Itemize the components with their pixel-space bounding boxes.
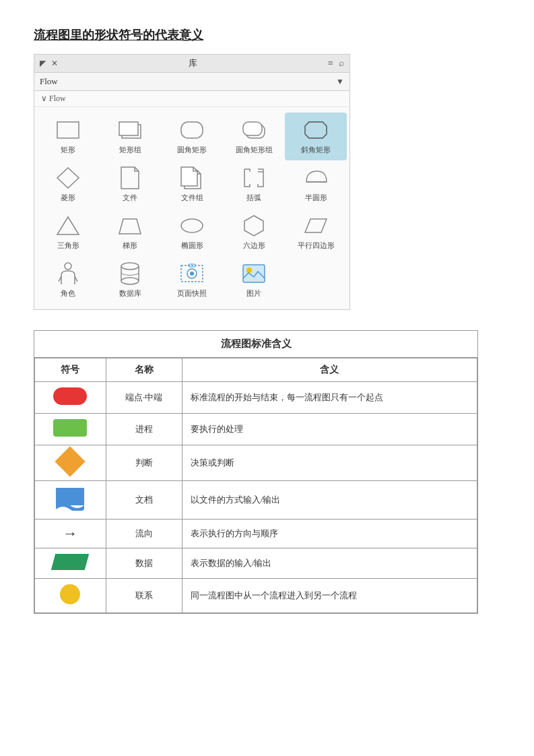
chamfer-rect-label: 斜角矩形 [301,145,331,155]
titlebar-title: 库 [189,57,197,69]
svg-marker-12 [244,216,263,236]
lib-item-rect[interactable]: 矩形 [37,113,99,160]
document-group-icon [178,166,205,190]
trapezoid-label: 梯形 [123,241,137,251]
image-icon [240,261,267,286]
lib-item-document[interactable]: 文件 [99,160,161,208]
menu-icon[interactable]: ≡ [328,58,333,69]
titlebar-left-icons: ◤ ✕ [40,59,58,69]
document-group-label: 文件组 [181,193,203,203]
lib-item-database[interactable]: 数据库 [99,256,161,304]
lib-item-round-rect-group[interactable]: 圆角矩形组 [223,113,285,160]
name-cell-process: 进程 [106,414,182,445]
lib-item-chamfer-rect[interactable]: 斜角矩形 [285,113,347,160]
col-header-name: 名称 [106,358,182,382]
lib-item-document-group[interactable]: 文件组 [161,160,223,208]
svg-rect-2 [119,122,138,135]
name-cell-data: 数据 [106,548,182,579]
minimize-icon[interactable]: ◤ [40,59,46,69]
desc-cell-terminal: 标准流程的开始与结束，每一流程图只有一个起点 [182,382,477,414]
lib-item-person[interactable]: 角色 [37,256,99,304]
svg-marker-27 [56,488,84,505]
library-category-header: ∨ Flow [34,91,349,107]
lib-item-screenshot[interactable]: 页面快照 [161,256,223,304]
semicircle-label: 半圆形 [305,193,327,203]
rect-group-label: 矩形组 [119,145,141,155]
lib-item-rect-group[interactable]: 矩形组 [99,113,161,160]
lib-item-semicircle[interactable]: 半圆形 [285,160,347,208]
name-cell-decision: 判断 [106,445,182,481]
library-panel: ◤ ✕ 库 ≡ ⌕ Flow ▼ ∨ Flow 矩形 [34,54,350,310]
round-rect-label: 圆角矩形 [177,145,207,155]
svg-marker-9 [57,217,79,234]
table-row: 文档 以文件的方式输入/输出 [35,481,477,519]
name-cell-connector: 联系 [106,579,182,613]
lib-item-diamond[interactable]: 菱形 [37,160,99,208]
flow-symbol: → [63,525,77,542]
desc-cell-decision: 决策或判断 [182,445,477,481]
symbol-cell-flow: → [35,519,106,548]
ellipse-icon [178,214,205,238]
lib-item-image[interactable]: 图片 [223,256,285,304]
svg-point-11 [181,219,203,232]
library-dropdown-row: Flow ▼ [34,73,349,91]
name-cell-flow: 流向 [106,519,182,548]
person-icon [55,261,81,286]
library-dropdown-value[interactable]: Flow [40,76,336,87]
lib-item-round-rect[interactable]: 圆角矩形 [161,113,223,160]
round-rect-group-icon [240,118,267,142]
lib-item-trapezoid[interactable]: 梯形 [99,208,161,256]
hexagon-icon [240,214,267,238]
rect-label: 矩形 [61,145,75,155]
decision-symbol [55,446,86,476]
image-label: 图片 [246,288,261,298]
table-row: → 流向 表示执行的方向与顺序 [35,519,477,548]
svg-point-20 [121,278,139,284]
data-symbol [51,554,89,570]
table-row: 进程 要执行的处理 [35,414,477,445]
lib-item-bracket[interactable]: 括弧 [223,160,285,208]
lib-item-parallelogram[interactable]: 平行四边形 [285,208,347,256]
lib-item-ellipse[interactable]: 椭圆形 [161,208,223,256]
table-title: 流程图标准含义 [34,331,477,358]
rect-group-icon [116,118,143,142]
desc-cell-document: 以文件的方式输入/输出 [182,481,477,519]
name-cell-document: 文档 [106,481,182,519]
flow-table: 符号 名称 含义 端点·中端 标准流程的开始与结束，每一流程图只有一个起点 进程… [34,358,477,613]
desc-cell-process: 要执行的处理 [182,414,477,445]
lib-item-hexagon[interactable]: 六边形 [223,208,285,256]
desc-cell-data: 表示数据的输入/输出 [182,548,477,579]
triangle-icon [55,214,81,238]
name-cell-terminal: 端点·中端 [106,382,182,414]
category-label: Flow [49,94,66,103]
dropdown-arrow-icon: ▼ [336,77,344,87]
svg-rect-3 [181,122,203,138]
document-icon [116,166,143,190]
close-icon[interactable]: ✕ [51,59,58,69]
svg-point-26 [246,267,252,273]
svg-marker-7 [57,168,79,188]
col-header-desc: 含义 [182,358,477,382]
symbol-cell-data [35,548,106,579]
bracket-label: 括弧 [246,193,261,203]
database-label: 数据库 [119,288,141,298]
table-header-row: 符号 名称 含义 [35,358,477,382]
round-rect-group-label: 圆角矩形组 [236,145,273,155]
library-grid: 矩形 矩形组 圆角矩形 [34,107,349,309]
person-label: 角色 [61,288,75,298]
svg-point-23 [190,272,194,276]
screenshot-label: 页面快照 [177,288,207,298]
document-label: 文件 [123,193,137,203]
connector-symbol [60,584,80,604]
round-rect-icon [178,118,205,142]
diamond-icon [55,166,81,190]
document-symbol [55,486,86,513]
screenshot-icon [178,261,205,286]
search-icon[interactable]: ⌕ [339,58,344,69]
svg-point-14 [65,263,71,270]
category-chevron-icon: ∨ [41,94,47,103]
parallelogram-label: 平行四边形 [298,241,335,251]
table-row: 联系 同一流程图中从一个流程进入到另一个流程 [35,579,477,613]
process-symbol [53,419,87,437]
lib-item-triangle[interactable]: 三角形 [37,208,99,256]
